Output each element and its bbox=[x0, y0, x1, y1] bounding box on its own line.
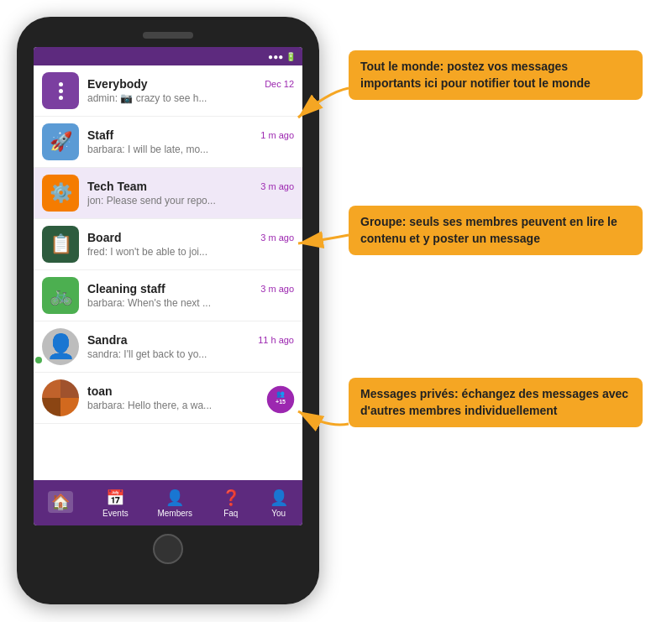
callout-2-text: Groupe: seuls ses membres peuvent en lir… bbox=[360, 215, 617, 245]
chat-info-staff: Staff 1 m ago barbara: I will be late, m… bbox=[87, 128, 294, 155]
avatar-staff: 🚀 bbox=[42, 123, 79, 160]
nav-item-members[interactable]: 👤 Members bbox=[157, 489, 192, 518]
gear-icon: ⚙️ bbox=[50, 182, 72, 204]
add-member-badge[interactable]: 👥 +15 bbox=[265, 384, 296, 418]
chat-time-cleaning: 3 m ago bbox=[260, 284, 294, 294]
chat-item-toan[interactable]: toan barbara: Hello there, a wa... 👥 +15 bbox=[34, 373, 302, 424]
board-icon: 📋 bbox=[50, 233, 72, 255]
callout-1-text: Tout le monde: postez vos messages impor… bbox=[360, 60, 591, 90]
chat-time-tech-team: 3 m ago bbox=[260, 181, 294, 191]
chat-item-tech-team[interactable]: ⚙️ Tech Team 3 m ago jon: Please send yo… bbox=[34, 168, 302, 219]
chat-preview-cleaning: barbara: When's the next ... bbox=[87, 297, 294, 309]
avatar-everybody bbox=[42, 72, 79, 109]
bike-icon: 🚲 bbox=[50, 285, 72, 306]
status-bar-text: ●●● 🔋 bbox=[268, 52, 296, 61]
chat-info-toan: toan barbara: Hello there, a wa... bbox=[87, 384, 294, 411]
chat-preview-everybody: admin: 📷 crazy to see h... bbox=[87, 92, 294, 104]
chat-item-everybody[interactable]: Everybody Dec 12 admin: 📷 crazy to see h… bbox=[34, 65, 302, 117]
you-icon: 👤 bbox=[270, 489, 288, 507]
chat-name-tech-team: Tech Team bbox=[87, 180, 147, 193]
avatar-board: 📋 bbox=[42, 226, 79, 263]
nav-item-home[interactable]: 🏠 bbox=[48, 491, 73, 515]
events-icon: 📅 bbox=[106, 489, 124, 507]
callout-private: Messages privés: échangez des messages a… bbox=[349, 378, 643, 427]
chat-list: Everybody Dec 12 admin: 📷 crazy to see h… bbox=[34, 65, 302, 480]
chat-name-board: Board bbox=[87, 231, 121, 244]
chat-name-sandra: Sandra bbox=[87, 333, 127, 347]
callout-group: Groupe: seuls ses membres peuvent en lir… bbox=[349, 206, 643, 255]
members-icon: 👤 bbox=[165, 489, 184, 507]
chat-time-sandra: 11 h ago bbox=[258, 335, 294, 345]
nav-label-events: Events bbox=[102, 509, 129, 518]
chat-info-board: Board 3 m ago fred: I won't be able to j… bbox=[87, 231, 294, 258]
chat-item-sandra[interactable]: 👤 Sandra 11 h ago sandra: I'll get back … bbox=[34, 321, 302, 373]
chat-preview-toan: barbara: Hello there, a wa... bbox=[87, 400, 294, 411]
phone-shell: ●●● 🔋 Everybody Dec 12 a bbox=[17, 17, 319, 604]
phone-screen: ●●● 🔋 Everybody Dec 12 a bbox=[34, 47, 302, 525]
nav-item-faq[interactable]: ❓ Faq bbox=[222, 489, 240, 518]
svg-text:+15: +15 bbox=[276, 399, 286, 405]
callout-3-text: Messages privés: échangez des messages a… bbox=[360, 387, 628, 417]
avatar-cleaning: 🚲 bbox=[42, 277, 79, 314]
nav-item-you[interactable]: 👤 You bbox=[270, 489, 288, 518]
add-member-icon: 👥 +15 bbox=[265, 384, 296, 415]
chat-item-cleaning[interactable]: 🚲 Cleaning staff 3 m ago barbara: When's… bbox=[34, 270, 302, 321]
chat-time-staff: 1 m ago bbox=[260, 130, 294, 140]
avatar-sandra: 👤 bbox=[42, 328, 79, 365]
chat-info-sandra: Sandra 11 h ago sandra: I'll get back to… bbox=[87, 333, 294, 360]
svg-text:👥: 👥 bbox=[276, 389, 285, 398]
chat-preview-sandra: sandra: I'll get back to yo... bbox=[87, 348, 294, 360]
home-icon: 🏠 bbox=[48, 491, 73, 513]
chat-item-staff[interactable]: 🚀 Staff 1 m ago barbara: I will be late,… bbox=[34, 117, 302, 168]
person-icon: 👤 bbox=[46, 328, 76, 365]
phone-speaker bbox=[143, 32, 193, 39]
nav-label-members: Members bbox=[157, 509, 192, 518]
nav-label-you: You bbox=[271, 509, 286, 518]
status-bar: ●●● 🔋 bbox=[34, 47, 302, 65]
nav-label-faq: Faq bbox=[223, 509, 238, 518]
chat-info-everybody: Everybody Dec 12 admin: 📷 crazy to see h… bbox=[87, 77, 294, 104]
dots-icon bbox=[59, 82, 63, 100]
bottom-nav: 🏠 📅 Events 👤 Members ❓ Faq 👤 You bbox=[34, 480, 302, 525]
online-dot-sandra bbox=[35, 357, 42, 363]
chat-name-cleaning: Cleaning staff bbox=[87, 282, 165, 295]
avatar-toan bbox=[42, 379, 79, 416]
chat-time-everybody: Dec 12 bbox=[265, 79, 294, 89]
chat-name-everybody: Everybody bbox=[87, 77, 148, 91]
phone-home-button[interactable] bbox=[153, 534, 183, 564]
chat-item-board[interactable]: 📋 Board 3 m ago fred: I won't be able to… bbox=[34, 219, 302, 270]
chat-name-toan: toan bbox=[87, 384, 113, 398]
callout-everybody: Tout le monde: postez vos messages impor… bbox=[349, 50, 643, 100]
avatar-tech-team: ⚙️ bbox=[42, 175, 79, 212]
chat-info-tech-team: Tech Team 3 m ago jon: Please send your … bbox=[87, 180, 294, 206]
nav-item-events[interactable]: 📅 Events bbox=[102, 489, 129, 518]
chat-name-staff: Staff bbox=[87, 128, 113, 142]
faq-icon: ❓ bbox=[222, 489, 240, 507]
chat-info-cleaning: Cleaning staff 3 m ago barbara: When's t… bbox=[87, 282, 294, 309]
phone-home-area bbox=[151, 532, 185, 566]
chat-preview-tech-team: jon: Please send your repo... bbox=[87, 195, 294, 206]
chat-preview-board: fred: I won't be able to joi... bbox=[87, 246, 294, 258]
chat-preview-staff: barbara: I will be late, mo... bbox=[87, 144, 294, 155]
chat-time-board: 3 m ago bbox=[260, 233, 294, 243]
rocket-icon: 🚀 bbox=[50, 131, 72, 153]
